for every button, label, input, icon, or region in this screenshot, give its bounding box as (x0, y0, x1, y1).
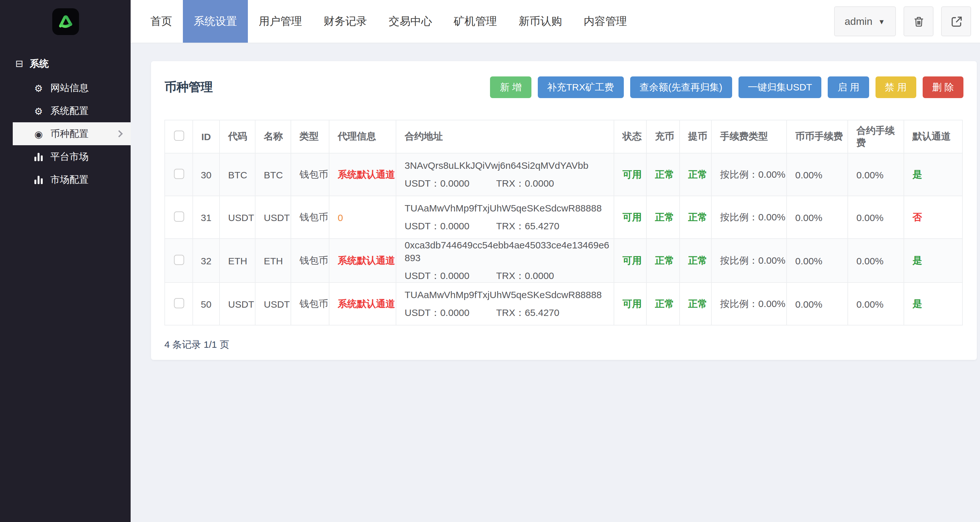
toolbar: 新 增补充TRX矿工费查余额(先查再归集)一键归集USDT启 用禁 用删 除 (490, 76, 963, 98)
cell-deposit: 正常 (646, 238, 679, 282)
card-header: 币种管理 新 增补充TRX矿工费查余额(先查再归集)一键归集USDT启 用禁 用… (164, 76, 963, 98)
sidebar-item-label: 平台市场 (50, 151, 89, 163)
nav-tab-4[interactable]: 财务记录 (313, 0, 378, 43)
chevron-right-icon (116, 130, 123, 138)
row-checkbox[interactable] (173, 168, 184, 179)
cell-default-channel: 是 (904, 153, 963, 196)
toolbar-button-2[interactable]: 补充TRX矿工费 (538, 76, 624, 98)
clear-cache-button[interactable] (904, 6, 934, 36)
cell-type: 钱包币 (291, 153, 329, 196)
admin-username: admin (845, 16, 872, 27)
nav-tab-2[interactable]: 系统设置 (183, 0, 248, 43)
column-header: 充币 (646, 120, 679, 153)
cell-withdraw: 正常 (679, 153, 711, 196)
cell-code: USDT (220, 282, 255, 325)
cell-agent-info: 系统默认通道 (329, 153, 396, 196)
app-window: ⊟ 系统 ⚙ 网站信息 ⚙ 系统配置 ◉ 币种配置 平台市场 市场配置 首页系统… (0, 0, 980, 522)
toolbar-button-3[interactable]: 查余额(先查再归集) (630, 76, 732, 98)
nav-tab-8[interactable]: 内容管理 (573, 0, 638, 43)
logout-icon (950, 15, 963, 28)
table-header-row: ID代码名称类型代理信息合约地址状态充币提币手续费类型币币手续费合约手续费默认通… (165, 120, 963, 153)
toolbar-button-7[interactable]: 删 除 (923, 76, 963, 98)
logout-button[interactable] (941, 6, 971, 36)
sidebar-menu: ⊟ 系统 ⚙ 网站信息 ⚙ 系统配置 ◉ 币种配置 平台市场 市场配置 (0, 43, 130, 191)
trash-icon (912, 15, 925, 28)
row-checkbox[interactable] (173, 298, 184, 308)
nav-tab-6[interactable]: 矿机管理 (443, 0, 508, 43)
sidebar-item-label: 系统配置 (50, 105, 89, 117)
row-checkbox[interactable] (173, 211, 184, 221)
sidebar-item-label: 币种配置 (50, 128, 89, 140)
table-row: 31 USDT USDT 钱包币 0 TUAaMwVhMp9fTxjUhW5qe… (165, 196, 963, 238)
wallet-balances: USDT：0.0000 TRX：65.4270 (405, 307, 614, 319)
gear-icon: ⚙ (33, 106, 44, 116)
cell-contract-address: 3NAvQrs8uLKkJQiVwj6n64Si2qMVdYAVbb USDT：… (396, 153, 614, 196)
cell-deposit: 正常 (646, 153, 679, 196)
app-logo (52, 8, 79, 35)
cell-contract-address: TUAaMwVhMp9fTxjUhW5qeSKeSdcwR88888 USDT：… (396, 196, 614, 238)
toolbar-button-4[interactable]: 一键归集USDT (738, 76, 822, 98)
nav-tab-3[interactable]: 用户管理 (248, 0, 313, 43)
cell-contract-address: TUAaMwVhMp9fTxjUhW5qeSKeSdcwR88888 USDT：… (396, 282, 614, 325)
cell-coin-fee: 0.00% (787, 238, 848, 282)
sidebar-item-label: 市场配置 (50, 174, 89, 186)
sidebar-group-system[interactable]: ⊟ 系统 (0, 51, 130, 76)
cell-deposit: 正常 (646, 196, 679, 238)
nav-tab-1[interactable]: 首页 (140, 0, 183, 43)
column-header: 合约手续费 (848, 120, 904, 153)
cell-coin-fee: 0.00% (787, 153, 848, 196)
table-row: 50 USDT USDT 钱包币 系统默认通道 TUAaMwVhMp9fTxjU… (165, 282, 963, 325)
cell-fee-type: 按比例：0.00% (711, 196, 787, 238)
topbar: 首页系统设置用户管理财务记录交易中心矿机管理新币认购内容管理 admin ▼ (130, 0, 980, 43)
cell-contract-fee: 0.00% (848, 238, 904, 282)
cell-default-channel: 是 (904, 282, 963, 325)
sidebar: ⊟ 系统 ⚙ 网站信息 ⚙ 系统配置 ◉ 币种配置 平台市场 市场配置 (0, 0, 130, 522)
column-header: 提币 (679, 120, 711, 153)
wallet-balances: USDT：0.0000 TRX：65.4270 (405, 221, 614, 233)
cell-status: 可用 (614, 282, 646, 325)
cell-status: 可用 (614, 238, 646, 282)
table-body: 30 BTC BTC 钱包币 系统默认通道 3NAvQrs8uLKkJQiVwj… (165, 153, 963, 325)
sidebar-item[interactable]: ◉ 币种配置 (13, 122, 130, 145)
gear-icon: ⚙ (33, 83, 44, 93)
contract-address: 0xca3db744649cc54ebb4ae45033ce4e13469e68… (405, 239, 614, 264)
cell-name: USDT (255, 196, 291, 238)
cell-type: 钱包币 (291, 282, 329, 325)
table-row: 32 ETH ETH 钱包币 系统默认通道 0xca3db744649cc54e… (165, 238, 963, 282)
contract-address: 3NAvQrs8uLKkJQiVwj6n64Si2qMVdYAVbb (405, 159, 614, 172)
column-header: 默认通道 (904, 120, 963, 153)
cell-name: USDT (255, 282, 291, 325)
sidebar-item-label: 网站信息 (50, 82, 89, 94)
sidebar-item[interactable]: ⚙ 网站信息 (0, 76, 130, 99)
sidebar-group-label: 系统 (30, 58, 49, 70)
cell-id: 50 (193, 282, 220, 325)
cell-agent-info: 0 (329, 196, 396, 238)
row-checkbox[interactable] (173, 254, 184, 265)
column-header: 类型 (291, 120, 329, 153)
target-icon: ◉ (33, 129, 44, 138)
collapse-icon: ⊟ (15, 58, 23, 70)
nav-tab-7[interactable]: 新币认购 (508, 0, 573, 43)
sidebar-item[interactable]: ⚙ 系统配置 (0, 99, 130, 122)
cell-agent-info: 系统默认通道 (329, 238, 396, 282)
toolbar-button-5[interactable]: 启 用 (828, 76, 869, 98)
toolbar-button-1[interactable]: 新 增 (490, 76, 531, 98)
cell-deposit: 正常 (646, 282, 679, 325)
wallet-balances: USDT：0.0000 TRX：0.0000 (405, 270, 614, 282)
contract-address: TUAaMwVhMp9fTxjUhW5qeSKeSdcwR88888 (405, 289, 614, 301)
sidebar-items: ⚙ 网站信息 ⚙ 系统配置 ◉ 币种配置 平台市场 市场配置 (0, 76, 130, 191)
toolbar-button-6[interactable]: 禁 用 (875, 76, 916, 98)
nav-tab-5[interactable]: 交易中心 (378, 0, 443, 43)
record-summary: 4 条记录 1/1 页 (164, 339, 963, 351)
logo-a-icon (56, 12, 75, 31)
cell-id: 31 (193, 196, 220, 238)
wallet-balances: USDT：0.0000 TRX：0.0000 (405, 178, 614, 190)
select-all-checkbox[interactable] (173, 130, 184, 141)
admin-dropdown[interactable]: admin ▼ (834, 6, 896, 36)
sidebar-item[interactable]: 平台市场 (0, 145, 130, 168)
cell-default-channel: 是 (904, 238, 963, 282)
column-header: 代理信息 (329, 120, 396, 153)
column-header (165, 120, 193, 153)
sidebar-item[interactable]: 市场配置 (0, 168, 130, 191)
cell-name: ETH (255, 238, 291, 282)
